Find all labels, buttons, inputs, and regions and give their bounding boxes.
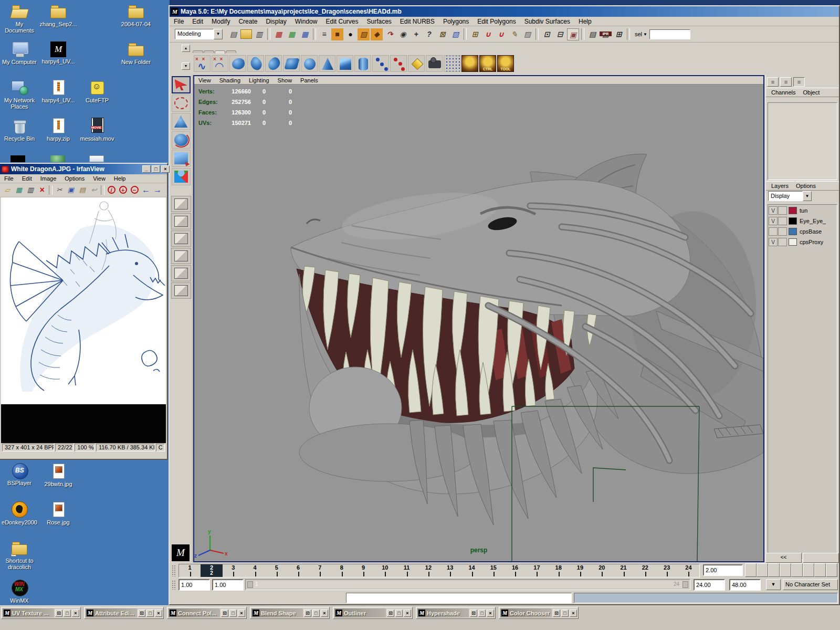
- range-handle-right[interactable]: [682, 581, 688, 588]
- close-button[interactable]: ×: [155, 610, 162, 617]
- layer-row[interactable]: V Eye_Eye_: [769, 216, 836, 226]
- timeline-frame[interactable]: 3: [223, 564, 244, 577]
- playback-end-field[interactable]: [694, 579, 725, 591]
- open-scene-icon[interactable]: [240, 29, 252, 39]
- snap-point-icon[interactable]: ∪: [495, 28, 507, 40]
- output-connections-icon[interactable]: ⊟: [554, 28, 566, 40]
- spotlight-icon[interactable]: [408, 55, 425, 72]
- range-slider[interactable]: 1 24: [245, 579, 690, 590]
- partial-icon[interactable]: [10, 155, 25, 162]
- layer-row[interactable]: V cpsProxy: [769, 237, 836, 247]
- save-icon[interactable]: ▥: [25, 185, 36, 196]
- menu-item[interactable]: Polygons: [439, 17, 473, 26]
- step-back-frame-button[interactable]: [768, 563, 780, 577]
- perspective-viewport[interactable]: ViewShadingLightingShowPanels: [193, 75, 764, 562]
- go-to-start-button[interactable]: [745, 563, 757, 577]
- birail-icon[interactable]: [283, 55, 300, 72]
- timeline-frame[interactable]: 18: [548, 564, 569, 577]
- select-objects-icon[interactable]: ■: [331, 28, 343, 40]
- restore-button[interactable]: ⊡: [221, 610, 228, 617]
- chevron-down-icon[interactable]: ▼: [803, 191, 812, 201]
- desktop-icon-29bwtn-jpg[interactable]: 29bwtn.jpg: [39, 463, 77, 487]
- joint-tool-icon[interactable]: [372, 55, 389, 72]
- timeline-frame[interactable]: 5: [266, 564, 287, 577]
- maximize-button[interactable]: □: [64, 610, 71, 617]
- timeline-frame[interactable]: 22: [634, 564, 656, 577]
- scale-tool-icon[interactable]: [172, 150, 191, 167]
- desktop-icon-harpy4-uv-mb[interactable]: Mharpy4_UV...: [39, 41, 77, 65]
- timeline-frame[interactable]: 10: [374, 564, 396, 577]
- play-backwards-button[interactable]: [780, 563, 791, 577]
- time-slider[interactable]: 123456789101112131415161718192021222324: [178, 564, 700, 578]
- select-points-icon[interactable]: ●: [344, 28, 356, 40]
- layout-persp-outliner-button[interactable]: [171, 230, 191, 247]
- slideshow-icon[interactable]: ▦: [13, 185, 25, 196]
- menu-item[interactable]: Modify: [207, 17, 234, 26]
- timeline-frame[interactable]: 19: [569, 564, 591, 577]
- shelf-menu-button[interactable]: ▼: [181, 62, 190, 70]
- layer-menu-item[interactable]: Options: [793, 183, 819, 189]
- panel-menu-item[interactable]: Lighting: [245, 77, 274, 84]
- timeline-frame[interactable]: 24: [678, 564, 699, 577]
- character-ctrl-icon[interactable]: CTRL: [479, 55, 496, 72]
- layout-persp-hypershade-button[interactable]: [171, 282, 191, 299]
- desktop-icon-harpy4-uv-zip[interactable]: harpy4_UV...: [39, 79, 77, 103]
- layout-persp-graph-button[interactable]: [171, 248, 191, 264]
- nurbs-cone-icon[interactable]: [319, 55, 335, 72]
- menu-item[interactable]: Window: [291, 17, 322, 26]
- save-scene-icon[interactable]: ▥: [253, 28, 265, 40]
- make-live-icon[interactable]: ▨: [521, 28, 533, 40]
- layer-color-swatch[interactable]: [789, 228, 797, 235]
- rotate-tool-icon[interactable]: [172, 131, 191, 149]
- layer-visibility-toggle[interactable]: [769, 227, 778, 236]
- timeline-frame[interactable]: 9: [352, 564, 374, 577]
- taskbar-window-button[interactable]: MOutliner ⊡ □ ×: [333, 607, 413, 619]
- snap-grid-icon[interactable]: ⊞: [469, 28, 481, 40]
- show-manipulator-tool-icon[interactable]: [172, 168, 191, 185]
- menu-item[interactable]: Options: [60, 174, 89, 183]
- chevron-down-icon[interactable]: ▼: [214, 29, 223, 39]
- layer-color-swatch[interactable]: [789, 207, 797, 214]
- cv-curve-tool-icon[interactable]: [194, 55, 211, 72]
- timeline-frame[interactable]: 17: [526, 564, 548, 577]
- maximize-button[interactable]: □: [561, 610, 569, 617]
- layer-visibility-toggle[interactable]: V: [769, 217, 778, 225]
- desktop-icon-my-network-places[interactable]: My Network Places: [1, 79, 38, 110]
- selection-mask-dropdown[interactable]: sel ▼: [635, 29, 690, 39]
- select-lines-icon[interactable]: ▨: [358, 28, 370, 40]
- menu-item[interactable]: Edit NURBS: [396, 17, 439, 26]
- close-button[interactable]: ×: [238, 610, 245, 617]
- playback-start-field[interactable]: [212, 579, 244, 591]
- construction-history-icon[interactable]: ▣: [567, 28, 579, 40]
- desktop-icon-harpy-zip[interactable]: harpy.zip: [39, 118, 77, 142]
- select-handles-icon[interactable]: +: [410, 28, 422, 40]
- close-button[interactable]: ×: [404, 610, 411, 617]
- taskbar-window-button[interactable]: MBlend Shape ⊡ □ ×: [250, 607, 330, 619]
- layer-row[interactable]: cpsBase: [769, 226, 836, 237]
- layer-select-cell[interactable]: [778, 227, 787, 236]
- maximize-button[interactable]: □: [229, 610, 237, 617]
- delete-icon[interactable]: ×: [36, 185, 48, 196]
- new-scene-icon[interactable]: ▤: [227, 28, 239, 40]
- partial-icon[interactable]: [89, 155, 104, 162]
- open-file-icon[interactable]: ▱: [2, 185, 13, 196]
- image-view-area[interactable]: 327 x 401 x 24 BPP22/22100 %116.70 KB / …: [1, 197, 166, 452]
- animation-start-field[interactable]: [178, 579, 210, 591]
- restore-button[interactable]: ⊡: [55, 610, 62, 617]
- timeline-frame[interactable]: 15: [482, 564, 504, 577]
- taskbar-window-button[interactable]: MHypershade ⊡ □ ×: [416, 607, 496, 619]
- maximize-button[interactable]: □: [152, 165, 160, 173]
- partial-icon[interactable]: [50, 155, 65, 162]
- desktop-icon-my-documents[interactable]: My Documents: [1, 3, 38, 34]
- command-line-input[interactable]: [346, 593, 572, 603]
- paint-select-tool-icon[interactable]: [172, 113, 191, 130]
- select-tool-icon[interactable]: [172, 76, 191, 93]
- timeline-frame[interactable]: 12: [417, 564, 439, 577]
- channel-menu-item[interactable]: Object: [800, 89, 823, 96]
- panel-menu-item[interactable]: Panels: [296, 77, 322, 84]
- render-frame-icon[interactable]: ▤: [586, 28, 598, 40]
- drag-handle[interactable]: [172, 580, 176, 590]
- timeline-frame[interactable]: 1: [179, 564, 201, 577]
- select-leaf-icon[interactable]: ▦: [286, 28, 298, 40]
- menu-item[interactable]: Edit: [18, 174, 36, 183]
